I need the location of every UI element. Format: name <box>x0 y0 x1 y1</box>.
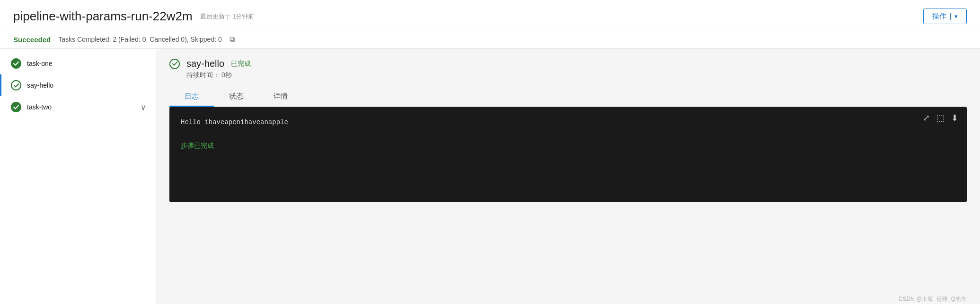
page-container: pipeline-with-params-run-22w2m 最后更新于 1分钟… <box>0 0 980 307</box>
status-bar: Succeeded Tasks Completed: 2 (Failed: 0,… <box>0 30 980 49</box>
task-detail-header: say-hello 已完成 <box>169 58 967 69</box>
tab-status[interactable]: 状态 <box>214 87 258 107</box>
sidebar-item-say-hello-label: say-hello <box>27 81 146 89</box>
expand-icon[interactable]: ⤢ <box>923 113 930 123</box>
external-link-icon[interactable]: ⬚ <box>936 113 945 123</box>
task-two-expand-icon[interactable]: ∨ <box>141 103 146 112</box>
log-actions: ⤢ ⬚ ⬇ <box>923 113 958 123</box>
detail-task-status: 已完成 <box>231 60 251 68</box>
tab-details[interactable]: 详情 <box>258 87 303 107</box>
sidebar-item-task-one-label: task-one <box>27 60 146 67</box>
actions-button-label: 操作 <box>932 12 946 21</box>
log-success-text: 步骤已完成 <box>181 140 955 152</box>
copy-icon[interactable]: ⧉ <box>230 35 235 44</box>
tabs: 日志 状态 详情 <box>169 87 967 107</box>
task-one-status-icon <box>11 58 21 69</box>
sidebar-item-task-two-label: task-two <box>27 103 135 111</box>
duration-value: 0秒 <box>221 71 232 79</box>
tab-logs[interactable]: 日志 <box>169 87 214 107</box>
log-panel: ⤢ ⬚ ⬇ Hello ihaveapenihaveanapple 步骤已完成 <box>169 107 967 202</box>
detail-panel: say-hello 已完成 持续时间： 0秒 日志 状态 详情 <box>156 49 980 304</box>
duration-label: 持续时间： <box>186 71 220 79</box>
actions-dropdown-arrow-icon[interactable]: ▾ <box>950 13 958 20</box>
detail-status-icon <box>169 59 180 69</box>
task-two-status-icon <box>11 102 21 112</box>
sidebar-item-say-hello[interactable]: say-hello <box>0 74 156 96</box>
download-icon[interactable]: ⬇ <box>951 113 958 123</box>
main-content: task-one say-hello task-two <box>0 49 980 304</box>
actions-button[interactable]: 操作 ▾ <box>923 9 967 24</box>
log-line-1: Hello ihaveapenihaveanapple <box>181 117 955 128</box>
last-updated: 最后更新于 1分钟前 <box>200 12 255 21</box>
sidebar-item-task-two[interactable]: task-two ∨ <box>0 96 156 118</box>
header: pipeline-with-params-run-22w2m 最后更新于 1分钟… <box>0 0 980 30</box>
say-hello-status-icon <box>11 80 21 90</box>
header-left: pipeline-with-params-run-22w2m 最后更新于 1分钟… <box>13 9 254 24</box>
detail-task-name: say-hello <box>186 58 224 69</box>
log-content: Hello ihaveapenihaveanapple 步骤已完成 <box>181 117 955 153</box>
sidebar: task-one say-hello task-two <box>0 49 156 304</box>
pipeline-title: pipeline-with-params-run-22w2m <box>13 9 193 24</box>
task-duration: 持续时间： 0秒 <box>186 71 967 80</box>
footer-text: CSDN @上海_运维_Q先生 <box>899 296 967 302</box>
status-details: Tasks Completed: 2 (Failed: 0, Cancelled… <box>58 36 222 43</box>
footer: CSDN @上海_运维_Q先生 <box>899 295 967 303</box>
status-badge: Succeeded <box>13 36 51 44</box>
sidebar-item-task-one[interactable]: task-one <box>0 53 156 74</box>
